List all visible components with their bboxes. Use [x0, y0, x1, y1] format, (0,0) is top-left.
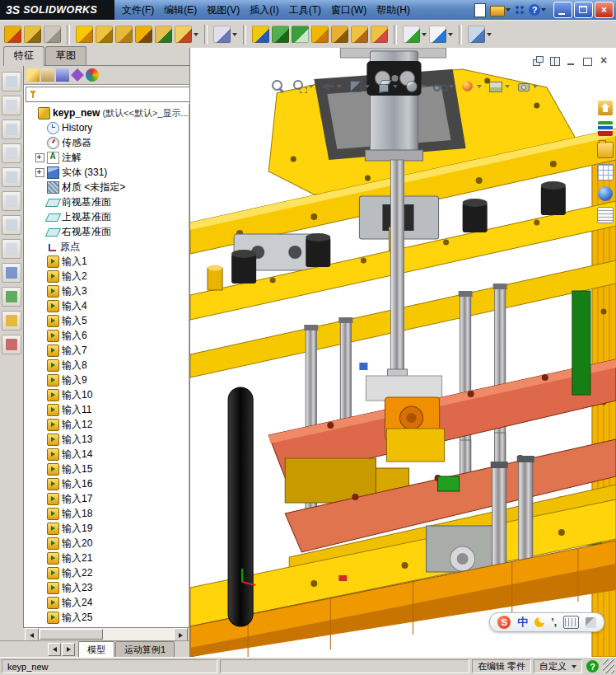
dropdown-caret-icon[interactable] [533, 85, 538, 88]
scene-icon[interactable] [488, 79, 510, 94]
appearances-icon[interactable] [460, 79, 482, 94]
window-cascade-icon[interactable] [533, 56, 544, 66]
menu-item[interactable]: 插入(I) [245, 1, 283, 20]
tree-item[interactable]: 输入1 [24, 254, 189, 269]
tree-item[interactable]: 输入2 [24, 269, 189, 284]
expand-toggle[interactable] [35, 168, 44, 177]
clear-filter-icon[interactable] [2, 335, 21, 354]
tree-item[interactable]: 输入7 [24, 343, 189, 358]
tree-item[interactable]: 原点 [24, 239, 189, 254]
tree-item[interactable]: 输入25 [24, 610, 189, 625]
tree-item[interactable]: 输入24 [24, 595, 189, 610]
filter-solid-icon[interactable] [2, 191, 21, 211]
moon-icon[interactable] [534, 617, 544, 627]
view-settings-icon[interactable] [516, 79, 538, 94]
restore-button[interactable] [574, 2, 593, 18]
insert-component-icon[interactable] [311, 26, 329, 43]
minimize-button[interactable] [553, 2, 572, 18]
menu-item[interactable]: 视图(V) [202, 1, 245, 20]
appearances-scenes-icon[interactable] [598, 186, 613, 201]
palette-icon[interactable] [175, 26, 198, 43]
lang-icon[interactable]: 中 [517, 615, 528, 630]
tree-item[interactable]: 输入9 [24, 373, 189, 387]
tree-item[interactable]: 输入22 [24, 565, 189, 580]
menu-item[interactable]: 窗口(W) [326, 1, 371, 20]
window-tile-icon[interactable] [549, 56, 560, 66]
bom-table-icon[interactable] [292, 26, 309, 43]
document-tab[interactable]: 运动算例1 [115, 641, 175, 657]
bearing-housing[interactable] [427, 526, 496, 572]
tab-scroll-left-button[interactable] [48, 643, 61, 656]
toolbar-icon[interactable] [63, 25, 73, 45]
toolbar-icon[interactable] [390, 25, 400, 45]
archive-icon[interactable] [135, 26, 152, 43]
dimxpertmanager-icon[interactable] [71, 68, 84, 82]
tree-item[interactable]: History [24, 120, 189, 135]
toolbar-icon[interactable] [201, 25, 211, 45]
select-filter-icon[interactable] [2, 72, 21, 91]
tree-item[interactable]: 右视基准面 [24, 224, 189, 239]
punct-icon[interactable]: ’, [551, 616, 557, 628]
custom-properties-icon[interactable] [597, 207, 614, 223]
sheet-format-icon[interactable] [272, 26, 289, 43]
dropdown-caret-icon[interactable] [506, 8, 511, 12]
tree-item[interactable]: 输入13 [24, 432, 189, 447]
exploded-view-icon[interactable] [351, 26, 368, 43]
zoom-fit-icon[interactable] [271, 79, 286, 94]
tree-item[interactable]: 材质 <未指定> [24, 180, 189, 195]
tree-item[interactable]: 输入15 [24, 462, 189, 476]
reorganize-icon[interactable] [24, 26, 41, 43]
filter-coordinate-icon[interactable] [2, 287, 21, 307]
tree-item[interactable]: 注解 [24, 150, 189, 165]
tree-item[interactable]: 输入17 [24, 491, 189, 506]
gold-block[interactable] [386, 429, 444, 462]
status-custom-dropdown[interactable]: 自定义 [534, 659, 582, 673]
tree-item[interactable]: 输入14 [24, 447, 189, 462]
dropdown-caret-icon[interactable] [449, 85, 454, 88]
filter-vertices-icon[interactable] [2, 96, 21, 115]
menu-item[interactable]: 帮助(H) [371, 1, 415, 20]
toolbar-icon[interactable] [240, 25, 250, 45]
tree-item[interactable]: 输入4 [24, 298, 189, 313]
sogou-icon[interactable]: S [497, 616, 511, 629]
design-check-icon[interactable] [403, 26, 427, 43]
panel-tab[interactable]: 草图 [45, 46, 86, 65]
scrollbar-thumb[interactable] [40, 629, 103, 640]
library-feature-icon[interactable] [155, 26, 172, 43]
tab-scroll-right-button[interactable] [62, 643, 75, 656]
air-cylinder[interactable] [365, 51, 422, 161]
tree-item[interactable]: 输入6 [24, 328, 189, 343]
close-button[interactable]: × [595, 2, 614, 18]
configurationmanager-icon[interactable] [56, 68, 69, 82]
align-tools-icon[interactable] [252, 26, 269, 43]
menu-item[interactable]: 工具(T) [284, 1, 326, 20]
filter-axis-icon[interactable] [2, 215, 21, 235]
tree-item[interactable]: 上视基准面 [24, 209, 189, 224]
tree-item[interactable]: 输入16 [24, 476, 189, 491]
dropdown-caret-icon[interactable] [337, 85, 342, 88]
rebuild-icon[interactable] [4, 26, 21, 43]
dropdown-caret-icon[interactable] [487, 33, 492, 36]
dropdown-caret-icon[interactable] [505, 85, 510, 88]
keyboard-icon[interactable] [563, 616, 579, 629]
screen-capture-icon[interactable] [468, 26, 492, 43]
interference-icon[interactable] [371, 26, 388, 43]
dropdown-caret-icon[interactable] [393, 85, 398, 88]
solidworks-resources-icon[interactable] [598, 101, 613, 115]
toolbar-icon[interactable] [455, 25, 465, 45]
dropdown-caret-icon[interactable] [194, 33, 198, 36]
tree-item[interactable]: 输入5 [24, 313, 189, 328]
tree-item[interactable]: 输入20 [24, 536, 189, 551]
resize-grip[interactable] [603, 659, 614, 673]
tree-item[interactable]: 输入11 [24, 402, 189, 417]
expand-toggle[interactable] [35, 153, 44, 162]
view-orientation-icon[interactable] [376, 79, 398, 94]
document-tab[interactable]: 模型 [78, 641, 114, 657]
help-question-icon[interactable] [529, 4, 546, 16]
panel-tab[interactable]: 特征 [3, 46, 44, 66]
file-explorer-icon[interactable] [597, 142, 614, 158]
red-detail[interactable] [338, 575, 347, 581]
menu-item[interactable]: 编辑(E) [159, 1, 202, 20]
filter-annotation-icon[interactable] [2, 311, 21, 330]
tree-item[interactable]: 前视基准面 [24, 195, 189, 209]
